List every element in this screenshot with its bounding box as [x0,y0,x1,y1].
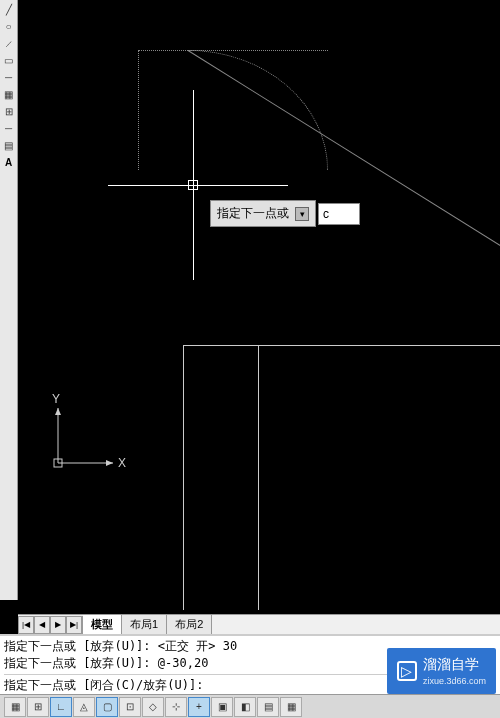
prompt-text: 指定下一点或 [217,205,289,222]
status-ortho-icon[interactable]: ∟ [50,697,72,717]
status-grid-icon[interactable]: ⊞ [27,697,49,717]
circle-tool-icon[interactable]: ○ [2,19,16,33]
tab-layout2[interactable]: 布局2 [167,615,212,634]
watermark: ▷ 溜溜自学 zixue.3d66.com [387,648,496,694]
watermark-url: zixue.3d66.com [423,676,486,686]
ucs-y-label: Y [52,392,60,406]
status-ducs-icon[interactable]: ⊹ [165,697,187,717]
cursor-pickbox [188,180,198,190]
hatch-tool-icon[interactable]: ▦ [2,87,16,101]
cmd-prompt-text: 指定下一点或 [闭合(C)/放弃(U)]: [4,677,203,694]
svg-marker-3 [55,408,61,415]
watermark-play-icon: ▷ [397,661,417,681]
status-snap-icon[interactable]: ▦ [4,697,26,717]
divider-icon: ─ [2,70,16,84]
left-toolbar: ╱ ○ ⟋ ▭ ─ ▦ ⊞ ─ ▤ A [0,0,18,600]
status-lwt-icon[interactable]: ▣ [211,697,233,717]
prompt-dropdown-icon[interactable]: ▾ [295,207,309,221]
rect-tool-icon[interactable]: ▭ [2,53,16,67]
status-dyn-icon[interactable]: + [188,697,210,717]
tab-nav-next[interactable]: ▶ [50,616,66,634]
status-3dosnap-icon[interactable]: ⊡ [119,697,141,717]
table-tool-icon[interactable]: ▤ [2,138,16,152]
crosshair-horizontal [108,185,288,186]
svg-marker-2 [106,460,113,466]
tab-nav-prev[interactable]: ◀ [34,616,50,634]
ucs-x-label: X [118,456,126,470]
tab-layout1[interactable]: 布局1 [122,615,167,634]
status-osnap-icon[interactable]: ▢ [96,697,118,717]
drawn-rectangle [183,345,500,610]
status-sc-icon[interactable]: ▦ [280,697,302,717]
status-tpy-icon[interactable]: ◧ [234,697,256,717]
dynamic-input-field[interactable] [318,203,360,225]
ucs-icon: X Y [48,403,128,485]
divider-icon: ─ [2,121,16,135]
layout-tabs: |◀ ◀ ▶ ▶| 模型 布局1 布局2 [18,614,500,634]
rubber-band-arc [188,50,328,170]
status-qp-icon[interactable]: ▤ [257,697,279,717]
line-tool-icon[interactable]: ╱ [2,2,16,16]
rubber-band-horizontal [138,50,328,51]
drawing-canvas[interactable]: 指定下一点或 ▾ X Y [18,0,500,610]
status-bar: ▦ ⊞ ∟ ◬ ▢ ⊡ ◇ ⊹ + ▣ ◧ ▤ ▦ [0,694,500,718]
tab-nav-group: |◀ ◀ ▶ ▶| [18,616,83,634]
dynamic-input-prompt: 指定下一点或 ▾ [210,200,360,227]
tab-nav-last[interactable]: ▶| [66,616,82,634]
text-tool-icon[interactable]: A [2,155,16,169]
drawn-vertical-line [258,345,259,610]
prompt-label-box: 指定下一点或 ▾ [210,200,316,227]
status-polar-icon[interactable]: ◬ [73,697,95,717]
tab-model[interactable]: 模型 [83,615,122,634]
array-tool-icon[interactable]: ⊞ [2,104,16,118]
tab-nav-first[interactable]: |◀ [18,616,34,634]
watermark-brand: 溜溜自学 [423,656,479,672]
rubber-band-vertical [138,50,139,170]
polyline-tool-icon[interactable]: ⟋ [2,36,16,50]
status-otrack-icon[interactable]: ◇ [142,697,164,717]
